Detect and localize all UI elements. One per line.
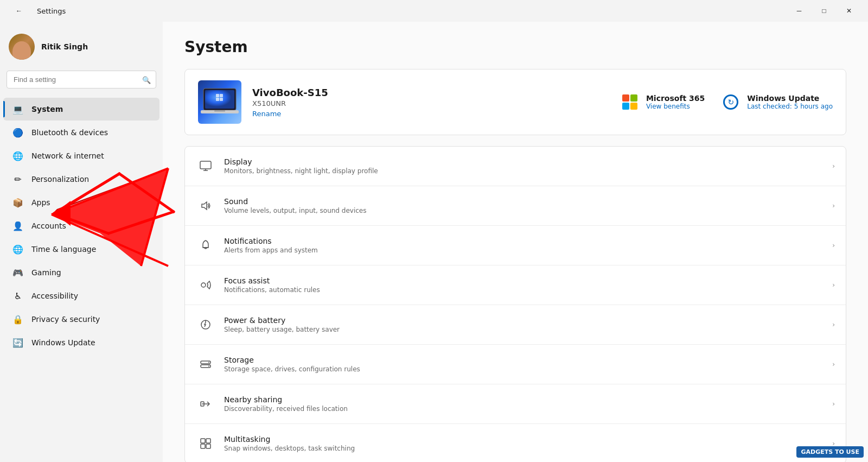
nav-icon-time: 🌐 (12, 243, 24, 255)
nav-label-accessibility: Accessibility (31, 292, 78, 300)
title-bar-left: ← Settings (7, 2, 66, 20)
sidebar-item-windows_update[interactable]: 🔄 Windows Update (3, 331, 159, 354)
settings-desc-power_battery: Sleep, battery usage, battery saver (224, 326, 832, 333)
settings-title-power_battery: Power & battery (224, 316, 832, 325)
svg-rect-22 (206, 439, 210, 443)
title-bar: ← Settings ─ □ ✕ (0, 0, 868, 22)
nav-label-bluetooth: Bluetooth & devices (31, 128, 108, 137)
nav-icon-windows_update: 🔄 (12, 337, 24, 349)
settings-item-power_battery[interactable]: Power & battery Sleep, battery usage, ba… (185, 305, 846, 345)
nav-icon-system: 💻 (12, 103, 24, 115)
settings-title-focus_assist: Focus assist (224, 276, 832, 285)
settings-item-focus_assist[interactable]: Focus assist Notifications, automatic ru… (185, 265, 846, 305)
sidebar-item-bluetooth[interactable]: 🔵 Bluetooth & devices (3, 121, 159, 144)
svg-rect-24 (206, 444, 210, 448)
nav-label-time: Time & language (31, 245, 96, 254)
settings-title-sound: Sound (224, 197, 832, 206)
settings-icon-storage (196, 355, 215, 374)
nav-icon-accounts: 👤 (12, 220, 24, 232)
svg-marker-11 (202, 202, 207, 210)
nav-icon-gaming: 🎮 (12, 267, 24, 279)
settings-title-notifications: Notifications (224, 237, 832, 245)
sidebar-item-accessibility[interactable]: ♿ Accessibility (3, 284, 159, 307)
settings-item-display[interactable]: Display Monitors, brightness, night ligh… (185, 147, 846, 186)
chevron-icon-notifications: › (832, 242, 835, 249)
device-widgets: Microsoft 365 View benefits ↻ Windows Up… (620, 92, 833, 112)
settings-list: Display Monitors, brightness, night ligh… (184, 146, 846, 462)
wu-title: Windows Update (747, 94, 833, 103)
settings-icon-display (196, 156, 215, 176)
close-button[interactable]: ✕ (837, 2, 861, 20)
device-info: VivoBook-S15 X510UNR Rename (252, 87, 609, 118)
nav-icon-network: 🌐 (12, 150, 24, 162)
settings-item-nearby_sharing[interactable]: Nearby sharing Discoverability, received… (185, 384, 846, 424)
settings-desc-storage: Storage space, drives, configuration rul… (224, 365, 832, 373)
svg-point-19 (208, 366, 209, 367)
chevron-icon-storage: › (832, 360, 835, 368)
settings-item-storage[interactable]: Storage Storage space, drives, configura… (185, 345, 846, 384)
avatar (9, 34, 35, 60)
ms365-widget[interactable]: Microsoft 365 View benefits (620, 92, 705, 112)
settings-item-multitasking[interactable]: Multitasking Snap windows, desktops, tas… (185, 424, 846, 462)
sidebar-item-personalization[interactable]: ✏️ Personalization (3, 168, 159, 191)
search-box: 🔍 (7, 71, 156, 88)
settings-icon-notifications (196, 236, 215, 255)
nav-label-accounts: Accounts (31, 221, 66, 230)
sidebar: Ritik Singh 🔍 💻 System 🔵 Bluetooth & dev… (0, 22, 163, 462)
nav-icon-apps: 📦 (12, 197, 24, 208)
sidebar-item-time[interactable]: 🌐 Time & language (3, 238, 159, 261)
svg-rect-5 (220, 98, 223, 101)
sidebar-item-system[interactable]: 💻 System (3, 98, 159, 121)
sidebar-item-gaming[interactable]: 🎮 Gaming (3, 261, 159, 284)
nav-label-privacy: Privacy & security (31, 315, 100, 324)
settings-title-display: Display (224, 157, 832, 166)
sidebar-item-privacy[interactable]: 🔒 Privacy & security (3, 308, 159, 331)
back-button[interactable]: ← (7, 2, 31, 20)
settings-title-nearby_sharing: Nearby sharing (224, 395, 832, 404)
device-model: X510UNR (252, 99, 609, 107)
windows-update-widget[interactable]: ↻ Windows Update Last checked: 5 hours a… (721, 92, 833, 112)
settings-desc-nearby_sharing: Discoverability, received files location (224, 405, 832, 413)
main-content: System (163, 22, 868, 462)
maximize-button[interactable]: □ (812, 2, 837, 20)
nav-list: 💻 System 🔵 Bluetooth & devices 🌐 Network… (0, 97, 163, 355)
device-image (198, 80, 241, 124)
sidebar-item-network[interactable]: 🌐 Network & internet (3, 144, 159, 167)
nav-label-network: Network & internet (31, 151, 104, 160)
svg-rect-8 (200, 161, 211, 169)
laptop-illustration (201, 87, 239, 117)
search-input[interactable] (7, 71, 156, 88)
sidebar-item-accounts[interactable]: 👤 Accounts (3, 214, 159, 237)
settings-icon-nearby_sharing (196, 394, 215, 414)
settings-icon-multitasking (196, 434, 215, 453)
settings-desc-focus_assist: Notifications, automatic rules (224, 286, 832, 294)
app-body: Ritik Singh 🔍 💻 System 🔵 Bluetooth & dev… (0, 22, 868, 462)
ms365-subtitle[interactable]: View benefits (646, 103, 705, 110)
svg-rect-21 (201, 439, 205, 443)
chevron-icon-nearby_sharing: › (832, 400, 835, 408)
settings-desc-sound: Volume levels, output, input, sound devi… (224, 207, 832, 214)
user-name: Ritik Singh (41, 42, 88, 51)
settings-item-sound[interactable]: Sound Volume levels, output, input, soun… (185, 186, 846, 226)
settings-title-storage: Storage (224, 356, 832, 364)
svg-rect-23 (201, 444, 205, 448)
wu-subtitle: Last checked: 5 hours ago (747, 103, 833, 110)
chevron-icon-display: › (832, 162, 835, 170)
nav-label-apps: Apps (31, 198, 50, 207)
device-card: VivoBook-S15 X510UNR Rename (184, 69, 846, 135)
svg-rect-4 (216, 98, 219, 101)
nav-icon-personalization: ✏️ (12, 173, 24, 185)
chevron-icon-focus_assist: › (832, 281, 835, 289)
search-icon: 🔍 (142, 75, 151, 84)
settings-icon-focus_assist (196, 275, 215, 295)
settings-item-notifications[interactable]: Notifications Alerts from apps and syste… (185, 226, 846, 265)
svg-point-18 (208, 362, 209, 363)
sidebar-item-apps[interactable]: 📦 Apps (3, 191, 159, 214)
settings-icon-power_battery (196, 315, 215, 334)
svg-point-13 (201, 283, 206, 287)
nav-label-personalization: Personalization (31, 175, 89, 183)
rename-link[interactable]: Rename (252, 110, 609, 118)
chevron-icon-sound: › (832, 202, 835, 210)
minimize-button[interactable]: ─ (787, 2, 812, 20)
settings-desc-notifications: Alerts from apps and system (224, 246, 832, 254)
